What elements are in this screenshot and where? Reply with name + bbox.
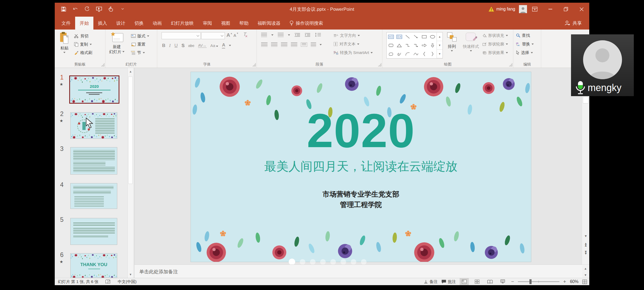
tab-foxit-reader[interactable]: 福昕阅读器	[253, 17, 285, 30]
distribute-icon[interactable]	[301, 42, 307, 47]
align-left-icon[interactable]	[261, 42, 268, 47]
new-slide-button[interactable]: 新建 幻灯片	[109, 32, 125, 54]
shape-fill-button[interactable]: 形状填充	[482, 32, 508, 39]
columns-icon[interactable]	[311, 42, 316, 47]
numbering-icon[interactable]	[278, 33, 284, 37]
replace-button[interactable]: abac 替换	[516, 41, 534, 47]
shapes-scroll-up-icon[interactable]: ▲	[437, 32, 442, 41]
slide-org-line-2[interactable]: 管理工程学院	[191, 200, 531, 209]
paragraph-dialog-launcher[interactable]	[378, 63, 381, 66]
thumbnail-slide-4[interactable]	[70, 183, 117, 209]
drawing-dialog-launcher[interactable]	[509, 63, 512, 66]
tab-review[interactable]: 审阅	[198, 17, 217, 30]
change-case-button[interactable]: Aa	[210, 43, 218, 48]
shape-brace-right-icon[interactable]	[428, 50, 437, 58]
clear-formatting-button[interactable]	[242, 32, 248, 38]
restore-button[interactable]	[558, 3, 574, 16]
cut-button[interactable]: 剪切	[74, 33, 92, 39]
ribbon-display-options-icon[interactable]	[527, 3, 543, 16]
slide-canvas[interactable]: 2020 最美人间四月天，让阅读在云端绽放 市场营销专业学生党支部 管理工程学院	[191, 72, 531, 262]
underline-button[interactable]: U	[174, 43, 178, 48]
shape-line-icon[interactable]	[403, 32, 412, 41]
zoom-level[interactable]: 60%	[570, 279, 579, 284]
shape-arc-icon[interactable]	[403, 50, 412, 58]
bold-button[interactable]: B	[162, 43, 165, 48]
shape-curve-icon[interactable]	[412, 50, 420, 58]
notes-scroll-up-icon[interactable]: ▲	[582, 265, 589, 271]
account-avatar[interactable]	[519, 5, 527, 13]
notes-pane[interactable]: 单击此处添加备注 ▲ ▼	[134, 264, 589, 278]
tab-home[interactable]: 开始	[75, 17, 93, 30]
italic-button[interactable]: I	[169, 43, 171, 48]
font-name-combobox[interactable]	[162, 32, 201, 39]
character-spacing-button[interactable]: AV↔	[198, 43, 207, 48]
zoom-slider[interactable]	[518, 281, 559, 282]
font-dialog-launcher[interactable]	[253, 63, 256, 66]
align-center-icon[interactable]	[271, 42, 277, 47]
tab-insert[interactable]: 插入	[93, 17, 112, 30]
shape-outline-button[interactable]: 形状轮廓	[482, 41, 508, 47]
normal-view-button[interactable]	[460, 278, 469, 285]
quick-styles-button[interactable]: 快速样式	[463, 32, 479, 52]
shape-triangle-icon[interactable]	[395, 41, 403, 50]
slide-subtitle[interactable]: 最美人间四月天，让阅读在云端绽放	[191, 158, 531, 175]
shape-roundrect-icon[interactable]	[387, 41, 395, 50]
shapes-more-icon[interactable]: ▼	[437, 50, 442, 58]
shape-freeform-icon[interactable]	[387, 50, 395, 58]
tab-help[interactable]: 帮助	[235, 17, 253, 30]
zoom-in-button[interactable]: +	[563, 279, 566, 285]
textbox-h-icon[interactable]: A	[387, 32, 395, 41]
slide-counter[interactable]: 幻灯片 第 1 张, 共 6 张	[58, 279, 98, 284]
next-slide-button[interactable]: ▼▼	[582, 249, 589, 256]
minimize-button[interactable]	[543, 3, 558, 16]
shapes-gallery[interactable]: A A	[386, 32, 443, 59]
shape-right-arrow-icon[interactable]	[420, 41, 428, 50]
notes-toggle-button[interactable]: 备注	[424, 279, 438, 284]
clipboard-dialog-launcher[interactable]	[101, 63, 104, 66]
find-button[interactable]: 查找	[516, 32, 534, 39]
reading-view-button[interactable]	[485, 278, 495, 285]
notes-scroll-down-icon[interactable]: ▼	[582, 272, 589, 278]
shape-oval-icon[interactable]	[428, 32, 437, 41]
shape-effects-button[interactable]: 形状效果	[482, 49, 508, 56]
font-color-button[interactable]: A	[222, 42, 225, 49]
textbox-v-icon[interactable]: A	[395, 32, 403, 41]
text-direction-button[interactable]: A 文字方向	[334, 32, 373, 39]
font-size-combobox[interactable]	[201, 32, 225, 39]
shape-elbow-icon[interactable]	[403, 41, 412, 50]
notes-placeholder[interactable]: 单击此处添加备注	[139, 269, 178, 275]
editor-scrollbar-thumb[interactable]	[583, 96, 588, 103]
tell-me-search[interactable]: 操作说明搜索	[285, 17, 328, 30]
bullets-icon[interactable]	[261, 33, 267, 37]
thumbnail-scrollbar[interactable]: ▲ ▼	[127, 68, 133, 278]
format-painter-button[interactable]: 格式刷	[74, 49, 92, 56]
tab-view[interactable]: 视图	[217, 17, 235, 30]
editor-scrollbar[interactable]: ▼ ▲▲ ▼▼	[582, 68, 589, 264]
layout-button[interactable]: 版式	[131, 33, 149, 39]
slide-org-line-1[interactable]: 市场营销专业学生党支部	[191, 190, 531, 199]
close-button[interactable]	[574, 3, 589, 16]
select-button[interactable]: 选择	[516, 49, 534, 56]
justify-icon[interactable]	[291, 42, 297, 47]
thumbnail-scroll-down-icon[interactable]: ▼	[128, 271, 133, 278]
zoom-out-button[interactable]: −	[511, 279, 514, 285]
shapes-gallery-scroll[interactable]: ▲ ▼ ▼	[437, 32, 442, 58]
text-shadow-button[interactable]: S	[181, 43, 184, 48]
shape-down-arrow-icon[interactable]	[428, 41, 437, 50]
strikethrough-button[interactable]: abc	[188, 44, 195, 48]
thumbnail-slide-3[interactable]	[70, 147, 117, 175]
shape-brace-left-icon[interactable]	[420, 50, 428, 58]
shape-rectangle-icon[interactable]	[420, 32, 428, 41]
copy-button[interactable]: 复制	[74, 41, 92, 48]
shapes-scroll-down-icon[interactable]: ▼	[437, 41, 442, 50]
slide-sorter-view-button[interactable]	[473, 278, 482, 285]
comments-toggle-button[interactable]: 批注	[441, 279, 456, 284]
thumbnail-slide-5[interactable]	[70, 218, 117, 245]
grow-font-button[interactable]: A▴	[226, 32, 230, 38]
fit-slide-button[interactable]	[582, 280, 587, 284]
previous-slide-button[interactable]: ▲▲	[582, 241, 589, 248]
scroll-down-icon[interactable]: ▼	[582, 233, 589, 240]
thumbnail-slide-1[interactable]: 2020	[69, 75, 119, 104]
spellcheck-icon[interactable]	[105, 280, 111, 284]
thumbnail-scroll-up-icon[interactable]: ▲	[128, 68, 133, 75]
